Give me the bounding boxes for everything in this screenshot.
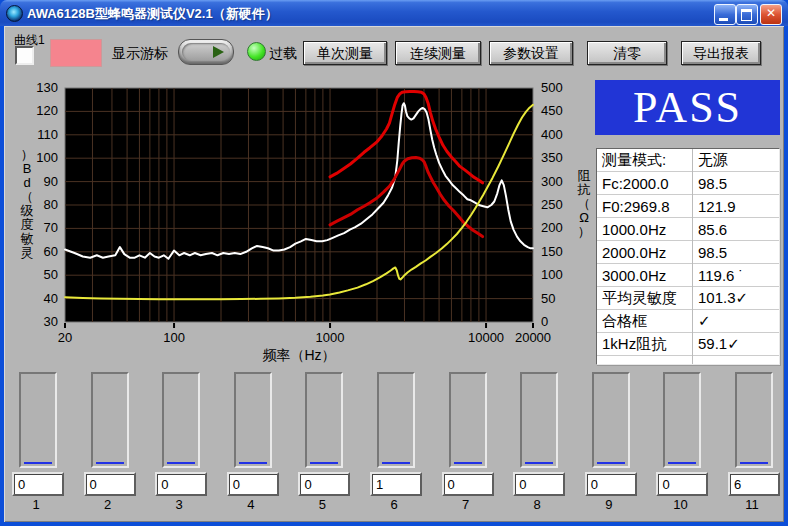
x-axis-tick: 20 bbox=[58, 330, 72, 345]
bin-value: 0 bbox=[161, 477, 168, 492]
bin-slot bbox=[592, 372, 630, 468]
bin-value-box[interactable]: 0 bbox=[155, 472, 207, 496]
bin-bar bbox=[310, 462, 338, 464]
bin-value-box[interactable]: 0 bbox=[12, 472, 64, 496]
param-settings-button[interactable]: 参数设置 bbox=[489, 41, 573, 65]
result-value: 119.6 ˙ bbox=[692, 267, 779, 284]
x-axis-tick: 1000 bbox=[316, 330, 345, 345]
left-axis-tick: 40 bbox=[44, 291, 58, 306]
bin-slot bbox=[663, 372, 701, 468]
cursor-toggle-label: 显示游标 bbox=[112, 45, 168, 63]
right-axis-tick: 350 bbox=[541, 150, 563, 165]
app-window: AWA6128B型蜂鸣器测试仪V2.1（新硬件） ✕ 曲线1 显示游标 过载 单… bbox=[0, 0, 788, 526]
bin-number-label: 3 bbox=[155, 497, 203, 512]
result-value: 无源 bbox=[692, 151, 779, 170]
left-axis-tick: 100 bbox=[36, 150, 58, 165]
bin-bar bbox=[597, 462, 625, 464]
bin-value-box[interactable]: 0 bbox=[585, 472, 637, 496]
result-label: 测量模式: bbox=[597, 151, 692, 170]
right-axis-tick: 100 bbox=[541, 267, 563, 282]
result-label: 1kHz阻抗 bbox=[597, 335, 692, 354]
bin-number-label: 4 bbox=[227, 497, 275, 512]
bin-value: 0 bbox=[448, 477, 455, 492]
bin-slot bbox=[19, 372, 57, 468]
right-axis-tick: 200 bbox=[541, 220, 563, 235]
x-axis-tick: 10000 bbox=[468, 330, 504, 345]
result-value: ✓ bbox=[692, 312, 779, 330]
bin-bar bbox=[239, 462, 267, 464]
overload-label: 过载 bbox=[269, 45, 297, 63]
results-table: 测量模式:无源Fc:2000.098.5F0:2969.8121.91000.0… bbox=[596, 148, 780, 365]
bin-number-label: 2 bbox=[84, 497, 132, 512]
left-axis-tick: 50 bbox=[44, 267, 58, 282]
window-title: AWA6128B型蜂鸣器测试仪V2.1（新硬件） bbox=[27, 5, 278, 23]
minimize-icon bbox=[719, 18, 728, 21]
bin-bar bbox=[740, 462, 768, 464]
minimize-button[interactable] bbox=[714, 4, 736, 25]
result-label: 1000.0Hz bbox=[597, 221, 692, 238]
bin-bar bbox=[24, 462, 52, 464]
left-axis-tick: 80 bbox=[44, 197, 58, 212]
bin-value: 6 bbox=[734, 477, 741, 492]
table-column-divider bbox=[692, 149, 693, 364]
result-label: 合格框 bbox=[597, 312, 692, 331]
frequency-response-chart: 1301201101009080706050403050045040035030… bbox=[4, 66, 592, 376]
bin-value: 0 bbox=[233, 477, 240, 492]
close-button[interactable]: ✕ bbox=[760, 4, 782, 25]
result-value: 85.6 bbox=[692, 221, 779, 238]
curve1-color-swatch[interactable] bbox=[50, 39, 102, 67]
curve1-checkbox[interactable] bbox=[15, 46, 34, 65]
bin-bar bbox=[525, 462, 553, 464]
bin-number-label: 8 bbox=[513, 497, 561, 512]
maximize-button[interactable] bbox=[736, 4, 758, 25]
continuous-measure-button[interactable]: 连续测量 bbox=[395, 41, 481, 65]
right-axis-tick: 50 bbox=[541, 291, 555, 306]
overload-led bbox=[247, 42, 266, 61]
app-icon bbox=[6, 5, 23, 22]
bin-number-label: 10 bbox=[656, 497, 704, 512]
bin-slot bbox=[377, 372, 415, 468]
right-axis-tick: 0 bbox=[541, 314, 548, 329]
bin-value-box[interactable]: 6 bbox=[728, 472, 780, 496]
bin-slot bbox=[449, 372, 487, 468]
bin-value: 0 bbox=[519, 477, 526, 492]
result-row: 2000.0Hz98.5 bbox=[597, 241, 779, 264]
export-report-button[interactable]: 导出报表 bbox=[681, 41, 761, 65]
bin-value-box[interactable]: 1 bbox=[370, 472, 422, 496]
left-axis-tick: 90 bbox=[44, 174, 58, 189]
cursor-toggle-switch[interactable] bbox=[178, 39, 234, 65]
client-area: 曲线1 显示游标 过载 单次测量 连续测量 参数设置 清零 导出报表 13012… bbox=[4, 26, 784, 522]
bin-value: 0 bbox=[90, 477, 97, 492]
right-axis-tick: 250 bbox=[541, 197, 563, 212]
bin-number-label: 5 bbox=[298, 497, 346, 512]
result-value: 101.3✓ bbox=[692, 289, 779, 307]
bin-value-box[interactable]: 0 bbox=[442, 472, 494, 496]
result-label: 3000.0Hz bbox=[597, 267, 692, 284]
right-axis-tick: 500 bbox=[541, 80, 563, 95]
pass-indicator: PASS bbox=[595, 80, 780, 135]
clear-button[interactable]: 清零 bbox=[587, 41, 667, 65]
bin-value-box[interactable]: 0 bbox=[513, 472, 565, 496]
left-axis-tick: 110 bbox=[37, 127, 58, 142]
left-axis-tick: 30 bbox=[44, 314, 58, 329]
result-label: Fc:2000.0 bbox=[597, 175, 692, 192]
x-axis-title: 频率（Hz） bbox=[262, 347, 335, 363]
title-bar[interactable]: AWA6128B型蜂鸣器测试仪V2.1（新硬件） ✕ bbox=[0, 0, 788, 26]
bin-value-box[interactable]: 0 bbox=[656, 472, 708, 496]
left-axis-tick: 130 bbox=[36, 80, 58, 95]
bin-number-label: 6 bbox=[370, 497, 418, 512]
result-value: 59.1✓ bbox=[692, 335, 779, 353]
bin-bar bbox=[167, 462, 195, 464]
bin-value-box[interactable]: 0 bbox=[84, 472, 136, 496]
left-axis-tick: 70 bbox=[44, 220, 58, 235]
right-axis-tick: 400 bbox=[541, 127, 563, 142]
maximize-icon bbox=[741, 9, 752, 21]
bin-bar bbox=[668, 462, 696, 464]
bin-value-box[interactable]: 0 bbox=[298, 472, 350, 496]
result-value: 121.9 bbox=[692, 198, 779, 215]
bin-value-box[interactable]: 0 bbox=[227, 472, 279, 496]
single-measure-button[interactable]: 单次测量 bbox=[303, 41, 387, 65]
result-row: 1kHz阻抗59.1✓ bbox=[597, 333, 779, 356]
x-axis-tick: 100 bbox=[163, 330, 185, 345]
bin-slot bbox=[162, 372, 200, 468]
